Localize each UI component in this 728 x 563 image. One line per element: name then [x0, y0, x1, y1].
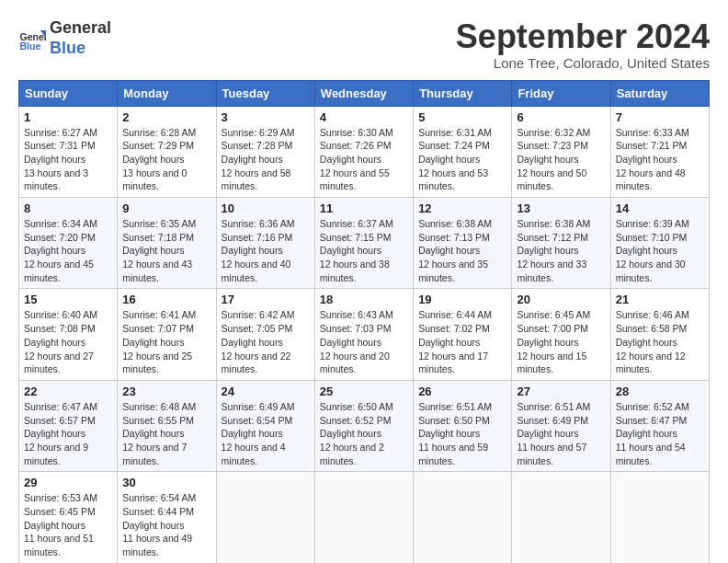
calendar-cell [512, 472, 610, 563]
calendar-cell: 2 Sunrise: 6:28 AM Sunset: 7:29 PM Dayli… [118, 106, 216, 197]
calendar-cell: 29 Sunrise: 6:53 AM Sunset: 6:45 PM Dayl… [19, 472, 118, 563]
calendar-cell: 23 Sunrise: 6:48 AM Sunset: 6:55 PM Dayl… [118, 380, 216, 471]
th-saturday: Saturday [610, 80, 709, 106]
day-number: 25 [320, 385, 408, 398]
weekday-row: Sunday Monday Tuesday Wednesday Thursday… [19, 80, 710, 106]
day-info: Sunrise: 6:44 AM Sunset: 7:02 PM Dayligh… [418, 308, 506, 375]
calendar-cell: 24 Sunrise: 6:49 AM Sunset: 6:54 PM Dayl… [216, 380, 314, 471]
day-number: 4 [320, 110, 408, 124]
th-tuesday: Tuesday [216, 80, 314, 106]
day-number: 6 [517, 110, 605, 124]
calendar-week-3: 15 Sunrise: 6:40 AM Sunset: 7:08 PM Dayl… [19, 289, 710, 380]
calendar-cell: 27 Sunrise: 6:51 AM Sunset: 6:49 PM Dayl… [512, 380, 610, 471]
day-number: 3 [222, 110, 310, 124]
day-info: Sunrise: 6:54 AM Sunset: 6:44 PM Dayligh… [122, 491, 210, 558]
calendar-cell: 30 Sunrise: 6:54 AM Sunset: 6:44 PM Dayl… [118, 472, 216, 563]
day-info: Sunrise: 6:39 AM Sunset: 7:10 PM Dayligh… [616, 217, 704, 284]
day-number: 16 [122, 293, 210, 306]
day-number: 20 [517, 293, 605, 306]
day-info: Sunrise: 6:34 AM Sunset: 7:20 PM Dayligh… [24, 217, 112, 284]
calendar-cell [610, 472, 709, 563]
logo-line2: Blue [50, 39, 111, 59]
calendar-cell: 8 Sunrise: 6:34 AM Sunset: 7:20 PM Dayli… [19, 198, 118, 289]
calendar-cell: 6 Sunrise: 6:32 AM Sunset: 7:23 PM Dayli… [512, 106, 610, 197]
logo-line1: General [50, 18, 111, 39]
th-wednesday: Wednesday [314, 80, 413, 106]
day-info: Sunrise: 6:28 AM Sunset: 7:29 PM Dayligh… [122, 126, 210, 193]
day-info: Sunrise: 6:47 AM Sunset: 6:57 PM Dayligh… [24, 400, 112, 467]
day-info: Sunrise: 6:51 AM Sunset: 6:50 PM Dayligh… [418, 400, 506, 467]
day-number: 27 [517, 385, 605, 398]
day-number: 7 [616, 110, 704, 124]
day-info: Sunrise: 6:31 AM Sunset: 7:24 PM Dayligh… [418, 126, 506, 193]
day-number: 15 [24, 293, 112, 306]
calendar-cell: 13 Sunrise: 6:38 AM Sunset: 7:12 PM Dayl… [512, 198, 610, 289]
th-monday: Monday [118, 80, 216, 106]
day-number: 5 [418, 110, 506, 124]
day-number: 22 [24, 385, 112, 398]
day-number: 11 [320, 201, 408, 215]
day-number: 26 [418, 385, 506, 398]
day-info: Sunrise: 6:38 AM Sunset: 7:12 PM Dayligh… [517, 217, 605, 284]
calendar-week-4: 22 Sunrise: 6:47 AM Sunset: 6:57 PM Dayl… [19, 380, 710, 471]
th-sunday: Sunday [19, 80, 118, 106]
day-number: 12 [418, 201, 506, 215]
calendar-cell: 7 Sunrise: 6:33 AM Sunset: 7:21 PM Dayli… [610, 106, 709, 197]
calendar-cell: 17 Sunrise: 6:42 AM Sunset: 7:05 PM Dayl… [216, 289, 314, 380]
day-info: Sunrise: 6:29 AM Sunset: 7:28 PM Dayligh… [222, 126, 310, 193]
logo: General Blue General Blue [18, 18, 111, 58]
calendar-cell: 15 Sunrise: 6:40 AM Sunset: 7:08 PM Dayl… [19, 289, 118, 380]
logo-icon: General Blue [18, 25, 46, 52]
day-number: 23 [122, 385, 210, 398]
day-info: Sunrise: 6:38 AM Sunset: 7:13 PM Dayligh… [418, 217, 506, 284]
day-info: Sunrise: 6:53 AM Sunset: 6:45 PM Dayligh… [24, 491, 112, 558]
calendar-cell: 21 Sunrise: 6:46 AM Sunset: 6:58 PM Dayl… [610, 289, 709, 380]
day-info: Sunrise: 6:50 AM Sunset: 6:52 PM Dayligh… [320, 400, 408, 467]
calendar-cell: 19 Sunrise: 6:44 AM Sunset: 7:02 PM Dayl… [414, 289, 512, 380]
day-number: 18 [320, 293, 408, 306]
title-area: September 2024 Lone Tree, Colorado, Unit… [456, 18, 710, 71]
calendar-cell: 18 Sunrise: 6:43 AM Sunset: 7:03 PM Dayl… [314, 289, 413, 380]
calendar-week-2: 8 Sunrise: 6:34 AM Sunset: 7:20 PM Dayli… [19, 198, 710, 289]
calendar-body: 1 Sunrise: 6:27 AM Sunset: 7:31 PM Dayli… [19, 106, 710, 563]
calendar-cell: 20 Sunrise: 6:45 AM Sunset: 7:00 PM Dayl… [512, 289, 610, 380]
location: Lone Tree, Colorado, United States [456, 55, 710, 71]
day-info: Sunrise: 6:51 AM Sunset: 6:49 PM Dayligh… [517, 400, 605, 467]
th-friday: Friday [512, 80, 610, 106]
day-number: 28 [616, 385, 704, 398]
day-info: Sunrise: 6:43 AM Sunset: 7:03 PM Dayligh… [320, 308, 408, 375]
day-info: Sunrise: 6:32 AM Sunset: 7:23 PM Dayligh… [517, 126, 605, 193]
day-info: Sunrise: 6:35 AM Sunset: 7:18 PM Dayligh… [122, 217, 210, 284]
day-number: 24 [222, 385, 310, 398]
day-number: 9 [122, 201, 210, 215]
calendar-cell: 25 Sunrise: 6:50 AM Sunset: 6:52 PM Dayl… [314, 380, 413, 471]
day-info: Sunrise: 6:41 AM Sunset: 7:07 PM Dayligh… [122, 308, 210, 375]
day-number: 2 [122, 110, 210, 124]
day-number: 13 [517, 201, 605, 215]
header: General Blue General Blue September 2024… [18, 18, 710, 71]
calendar-cell: 3 Sunrise: 6:29 AM Sunset: 7:28 PM Dayli… [216, 106, 314, 197]
calendar-cell: 22 Sunrise: 6:47 AM Sunset: 6:57 PM Dayl… [19, 380, 118, 471]
calendar-header: Sunday Monday Tuesday Wednesday Thursday… [19, 80, 710, 106]
day-info: Sunrise: 6:49 AM Sunset: 6:54 PM Dayligh… [222, 400, 310, 467]
calendar-cell: 14 Sunrise: 6:39 AM Sunset: 7:10 PM Dayl… [610, 198, 709, 289]
day-number: 1 [24, 110, 112, 124]
calendar-cell: 11 Sunrise: 6:37 AM Sunset: 7:15 PM Dayl… [314, 198, 413, 289]
day-number: 30 [122, 476, 210, 489]
day-number: 14 [616, 201, 704, 215]
calendar-week-1: 1 Sunrise: 6:27 AM Sunset: 7:31 PM Dayli… [19, 106, 710, 197]
calendar-cell: 4 Sunrise: 6:30 AM Sunset: 7:26 PM Dayli… [314, 106, 413, 197]
day-info: Sunrise: 6:42 AM Sunset: 7:05 PM Dayligh… [222, 308, 310, 375]
day-number: 17 [222, 293, 310, 306]
th-thursday: Thursday [414, 80, 512, 106]
calendar-table: Sunday Monday Tuesday Wednesday Thursday… [18, 80, 710, 563]
day-number: 29 [24, 476, 112, 489]
calendar-cell: 16 Sunrise: 6:41 AM Sunset: 7:07 PM Dayl… [118, 289, 216, 380]
day-number: 8 [24, 201, 112, 215]
day-number: 10 [222, 201, 310, 215]
day-info: Sunrise: 6:27 AM Sunset: 7:31 PM Dayligh… [24, 126, 112, 193]
day-info: Sunrise: 6:37 AM Sunset: 7:15 PM Dayligh… [320, 217, 408, 284]
day-number: 21 [616, 293, 704, 306]
month-title: September 2024 [456, 18, 710, 55]
calendar-cell: 9 Sunrise: 6:35 AM Sunset: 7:18 PM Dayli… [118, 198, 216, 289]
